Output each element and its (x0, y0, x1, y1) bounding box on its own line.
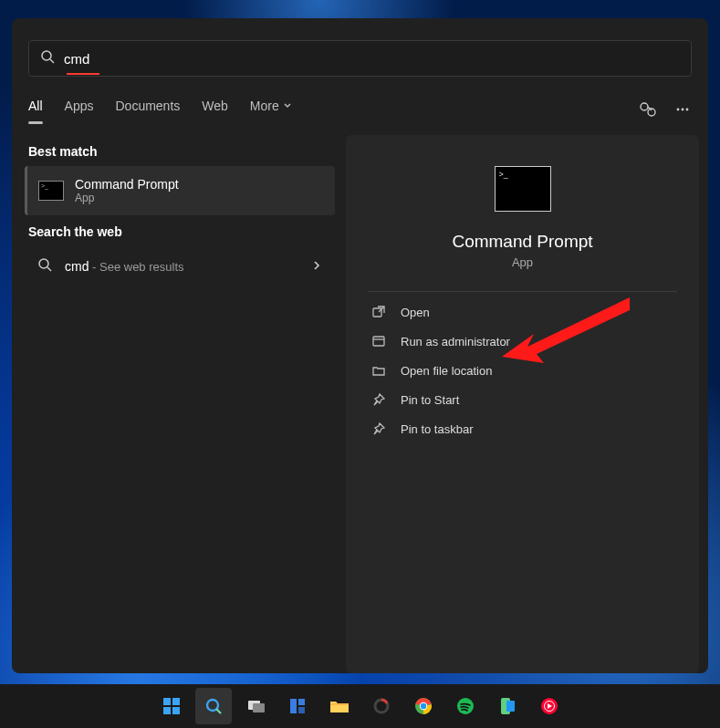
web-hint: - See web results (89, 260, 183, 274)
svg-rect-12 (373, 337, 384, 346)
command-prompt-icon (38, 181, 64, 201)
action-label: Pin to Start (401, 393, 459, 407)
chevron-down-icon (283, 99, 292, 113)
action-label: Run as administrator (401, 335, 510, 348)
shield-icon (371, 334, 386, 348)
detail-subtitle: App (368, 255, 677, 269)
svg-point-7 (686, 109, 689, 111)
search-icon (37, 257, 52, 276)
tab-apps[interactable]: Apps (65, 99, 94, 120)
tab-more-label: More (250, 99, 279, 113)
start-search-panel: All Apps Documents Web More (12, 18, 708, 673)
divider (368, 291, 677, 292)
taskbar-search[interactable] (195, 688, 232, 724)
svg-line-9 (47, 267, 51, 271)
result-subtitle: App (75, 192, 179, 204)
web-query: cmd (65, 259, 89, 274)
svg-point-2 (641, 103, 648, 110)
web-search-row[interactable]: cmd - See web results (25, 246, 335, 286)
search-icon (40, 49, 55, 68)
svg-rect-25 (298, 707, 305, 713)
search-settings-icon[interactable] (639, 100, 657, 119)
best-match-result[interactable]: Command Prompt App (25, 166, 335, 215)
svg-rect-35 (506, 701, 515, 712)
action-open[interactable]: Open (368, 297, 677, 327)
taskbar-widgets[interactable] (279, 688, 316, 724)
taskbar (0, 684, 720, 728)
action-label: Open file location (401, 364, 492, 378)
details-pane: Command Prompt App Open Run as administr… (346, 135, 699, 673)
pin-icon (371, 421, 386, 436)
open-icon (371, 305, 386, 319)
taskbar-app-ring[interactable] (363, 688, 400, 724)
tab-web[interactable]: Web (202, 99, 228, 120)
action-pin-start[interactable]: Pin to Start (368, 385, 677, 414)
tab-more[interactable]: More (250, 99, 292, 120)
taskbar-phone[interactable] (489, 688, 526, 724)
svg-rect-23 (290, 699, 297, 713)
tab-documents[interactable]: Documents (115, 99, 180, 120)
svg-rect-24 (298, 699, 305, 705)
svg-rect-16 (172, 698, 180, 705)
svg-point-5 (677, 109, 680, 111)
result-title: Command Prompt (75, 177, 179, 192)
action-pin-taskbar[interactable]: Pin to taskbar (368, 414, 677, 443)
chevron-right-icon (311, 258, 322, 275)
spellcheck-underline (67, 73, 99, 75)
results-column: Best match Command Prompt App Search the… (21, 135, 339, 673)
taskbar-start[interactable] (153, 688, 190, 724)
svg-point-32 (420, 703, 425, 709)
search-box[interactable] (28, 40, 692, 77)
svg-rect-15 (163, 698, 171, 705)
svg-rect-17 (163, 707, 171, 714)
action-open-location[interactable]: Open file location (368, 356, 677, 385)
svg-line-1 (50, 59, 54, 63)
svg-point-33 (457, 698, 474, 714)
action-label: Open (401, 306, 430, 319)
taskbar-youtube-music[interactable] (531, 688, 568, 724)
more-options-icon[interactable] (673, 100, 692, 119)
taskbar-spotify[interactable] (447, 688, 484, 724)
action-label: Pin to taskbar (401, 422, 474, 436)
action-run-admin[interactable]: Run as administrator (368, 327, 677, 356)
web-heading: Search the web (28, 224, 331, 239)
pin-icon (371, 392, 386, 407)
taskbar-taskview[interactable] (237, 688, 274, 724)
folder-icon (371, 363, 386, 378)
search-input[interactable] (64, 51, 680, 67)
svg-line-20 (216, 709, 221, 713)
svg-point-6 (682, 109, 684, 111)
svg-rect-18 (172, 707, 180, 714)
command-prompt-icon (368, 166, 677, 212)
tab-all[interactable]: All (28, 99, 43, 120)
filter-tabs-row: All Apps Documents Web More (28, 93, 692, 126)
svg-point-0 (42, 51, 51, 60)
taskbar-explorer[interactable] (321, 688, 358, 724)
svg-rect-10 (373, 308, 381, 317)
svg-point-8 (39, 259, 48, 268)
svg-rect-26 (330, 703, 349, 705)
best-match-heading: Best match (28, 144, 331, 159)
detail-title: Command Prompt (368, 232, 677, 252)
svg-rect-22 (253, 703, 265, 712)
taskbar-chrome[interactable] (405, 688, 442, 724)
